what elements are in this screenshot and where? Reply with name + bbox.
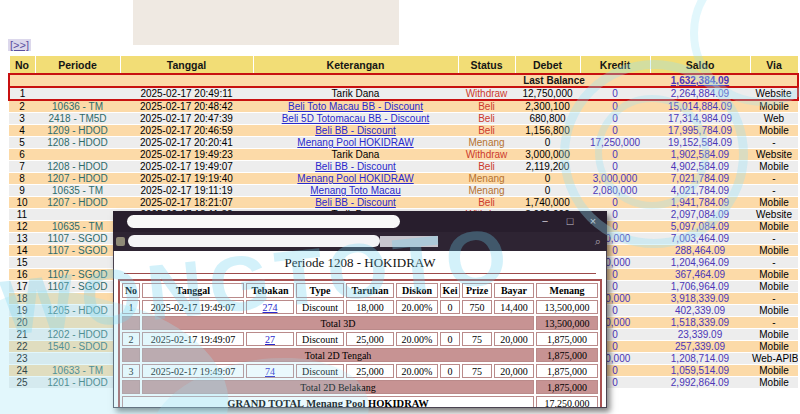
close-button[interactable]: × [583, 211, 603, 232]
table-row: 81207 - HDOD2025-02-17 19:19:40Menang Po… [9, 173, 798, 185]
keterangan-link[interactable]: Menang Pool HOKIDRAW [297, 137, 413, 148]
cell-periode: 1107 - SGOD [35, 269, 120, 281]
cell-kredit: 2,080,000 [580, 185, 650, 197]
cell-saldo: 1,902,584.09 [650, 149, 750, 161]
cell-via: Website [750, 149, 798, 161]
zoom-icon[interactable]: ⌕ [595, 232, 601, 251]
cell-periode: 2418 - TM5D [35, 113, 120, 125]
cell-tanggal: 2025-02-17 20:20:41 [120, 137, 253, 149]
cell-saldo: 2,264,884.09 [650, 87, 750, 100]
cell-saldo: 17,995,784.09 [650, 125, 750, 137]
cell-kredit: 0 [580, 125, 650, 137]
cell-keterangan: Menang Toto Macau [253, 185, 458, 197]
cell-tanggal: 2025-02-17 20:47:39 [120, 113, 253, 125]
bet-cell-bayar: 20,000 [494, 364, 534, 378]
grand-total-label: GRAND TOTAL Menang Pool HOKIDRAW [122, 396, 534, 408]
cell-periode: 1207 - HDOD [35, 197, 120, 209]
popup-content: Periode 1208 - HOKIDRAW NoTanggalTebakan… [113, 251, 607, 408]
bet-cell-prize: 75 [462, 364, 492, 378]
keterangan-link[interactable]: Beli Toto Macau BB - Discount [288, 101, 423, 112]
cell-keterangan: Beli BB - Discount [253, 161, 458, 173]
bet-cell-no: 1 [122, 300, 140, 314]
cell-saldo: 4,902,584.09 [650, 161, 750, 173]
bet-cell-no: 2 [122, 332, 140, 346]
tebakan-link[interactable]: 27 [265, 334, 275, 345]
cell-kredit: 0 [580, 100, 650, 113]
cell-tanggal: 2025-02-17 18:21:07 [120, 197, 253, 209]
cell-via: Mobile [750, 161, 798, 173]
keterangan-link[interactable]: Beli BB - Discount [315, 197, 396, 208]
bet-cell-kei: 0 [440, 332, 460, 346]
cell-saldo: 402,339.09 [650, 305, 750, 317]
cell-kredit: 0 [580, 161, 650, 173]
cell-tanggal [120, 74, 253, 87]
tebakan-link[interactable]: 74 [265, 366, 275, 377]
column-header-saldo: Saldo [650, 56, 750, 75]
cell-periode [35, 87, 120, 100]
cell-periode: 1208 - HDOD [35, 161, 120, 173]
grand-total-menang: 17,250,000 [536, 396, 598, 408]
cell-keterangan: Tarik Dana [253, 149, 458, 161]
cell-tanggal: 2025-02-17 19:49:07 [120, 161, 253, 173]
back-link[interactable]: [>>] [8, 39, 31, 51]
cell-saldo: 1,059,514.09 [650, 365, 750, 377]
bet-cell-prize: 750 [462, 300, 492, 314]
bet-cell-diskon: 20.00% [396, 332, 438, 346]
cell-debet: 0 [515, 173, 580, 185]
cell-kredit: 0 [580, 197, 650, 209]
table-row: 12025-02-17 20:49:11Tarik DanaWithdraw12… [9, 87, 798, 100]
total-row: Total 2D Tengah1,875,000 [122, 348, 598, 362]
cell-saldo: 2,097,084.09 [650, 209, 750, 221]
cell-saldo: 23,339.09 [650, 329, 750, 341]
address-censor [128, 235, 380, 247]
cell-periode [35, 257, 120, 269]
cell-debet: 12,750,000 [515, 87, 580, 100]
cell-keterangan: Tarik Dana [253, 87, 458, 100]
cell-via: - [750, 257, 798, 269]
cell-no [9, 74, 35, 87]
column-header-status: Status [458, 56, 515, 75]
total-no-cell [122, 380, 140, 394]
page-icon [116, 237, 125, 246]
total-menang: 1,875,000 [536, 348, 598, 362]
titlebar-censor [127, 215, 400, 228]
tebakan-link[interactable]: 274 [263, 302, 278, 313]
cell-periode: 1202 - HDOD [35, 329, 120, 341]
popup-titlebar[interactable]: − □ × [113, 211, 607, 232]
table-row: 51208 - HDOD2025-02-17 20:20:41Menang Po… [9, 137, 798, 149]
bet-detail-table: NoTanggalTebakanTypeTaruhanDiskonKeiPriz… [118, 279, 602, 408]
last-balance-row: Last Balance1,632,384.09 [9, 74, 798, 87]
cell-no: 14 [9, 245, 35, 257]
cell-via: - [750, 317, 798, 329]
cell-keterangan: Beli Toto Macau BB - Discount [253, 100, 458, 113]
cell-saldo: 7,021,784.09 [650, 173, 750, 185]
cell-via: Mobile [750, 329, 798, 341]
last-balance-label: Last Balance [458, 74, 650, 87]
bet-cell-menang: 13,500,000 [536, 300, 598, 314]
cell-status: Beli [458, 113, 515, 125]
cell-debet: 1,740,000 [515, 197, 580, 209]
keterangan-link[interactable]: Beli BB - Discount [315, 161, 396, 172]
bet-column-header-tanggal: Tanggal [142, 283, 244, 298]
cell-no: 7 [9, 161, 35, 173]
cell-periode: 1107 - SGOD [35, 233, 120, 245]
cell-periode: 1209 - HDOD [35, 125, 120, 137]
popup-window: − □ × ⌕ Periode 1208 - HOKIDRAW NoTangga… [113, 211, 607, 408]
keterangan-link[interactable]: Beli 5D Totomacau BB - Discount [282, 113, 430, 124]
cell-debet: 3,000,000 [515, 149, 580, 161]
bet-cell-menang: 1,875,000 [536, 364, 598, 378]
keterangan-link[interactable]: Menang Pool HOKIDRAW [297, 173, 413, 184]
cell-tanggal: 2025-02-17 19:19:40 [120, 173, 253, 185]
keterangan-link[interactable]: Menang Toto Macau [310, 185, 400, 196]
keterangan-link[interactable]: Beli BB - Discount [315, 125, 396, 136]
cell-via: Website [750, 209, 798, 221]
cell-keterangan: Menang Pool HOKIDRAW [253, 173, 458, 185]
cell-kredit: 0 [580, 149, 650, 161]
cell-saldo: 1,518,339.09 [650, 317, 750, 329]
table-row: 41209 - HDOD2025-02-17 20:46:59Beli BB -… [9, 125, 798, 137]
total-menang: 1,875,000 [536, 380, 598, 394]
minimize-button[interactable]: − [535, 211, 555, 232]
address-bar[interactable]: ⌕ [113, 232, 607, 251]
maximize-button[interactable]: □ [560, 211, 580, 232]
column-header-keterangan: Keterangan [253, 56, 458, 75]
